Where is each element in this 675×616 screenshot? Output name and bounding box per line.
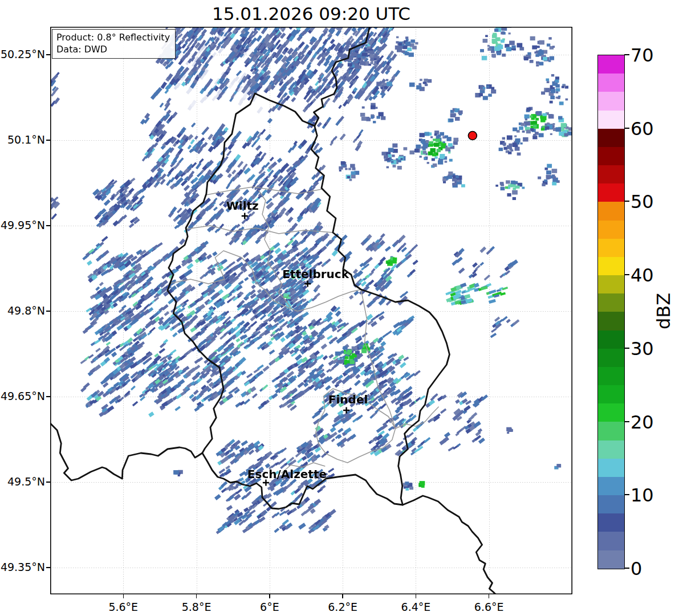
colorbar-segment <box>598 165 624 183</box>
colorbar-tick-label: 50 <box>631 193 654 211</box>
colorbar-tick <box>624 128 629 129</box>
colorbar-tick <box>624 274 629 275</box>
x-axis-tick <box>196 594 197 598</box>
city-label-esch-alzette: Esch/Alzette <box>247 467 327 481</box>
city-label-ettelbruck: Ettelbruck <box>282 267 349 281</box>
colorbar-tick-label: 30 <box>631 340 654 358</box>
product-label: Product: 0.8° Reflectivity <box>56 31 170 43</box>
product-info-box: Product: 0.8° Reflectivity Data: DWD <box>52 29 176 59</box>
colorbar-segment <box>598 331 624 349</box>
colorbar-segment <box>598 422 624 440</box>
y-axis-tick <box>46 396 50 397</box>
colorbar-tick <box>624 494 629 495</box>
colorbar-tick-label: 10 <box>631 486 654 504</box>
colorbar-segment <box>598 183 624 202</box>
colorbar-segment <box>598 385 624 403</box>
colorbar-tick <box>624 348 629 349</box>
colorbar-segment <box>598 221 624 239</box>
colorbar-tick <box>624 568 629 569</box>
colorbar-segment <box>598 202 624 220</box>
x-tick-label: 6.4°E <box>393 601 438 613</box>
x-axis-tick <box>489 594 489 598</box>
colorbar-segment <box>598 367 624 385</box>
colorbar-segment <box>598 55 624 74</box>
colorbar-segment <box>598 477 624 495</box>
colorbar-segment <box>598 349 624 367</box>
y-tick-label: 49.8°N <box>0 304 45 317</box>
x-axis-tick <box>342 594 343 598</box>
colorbar <box>597 55 625 569</box>
y-axis-tick <box>46 225 50 226</box>
colorbar-segment <box>598 532 624 550</box>
colorbar-tick-label: 20 <box>631 413 654 431</box>
radar-map-canvas <box>50 27 572 594</box>
y-axis-tick <box>46 567 50 568</box>
city-label-findel: Findel <box>328 393 368 406</box>
colorbar-segment <box>598 440 624 459</box>
y-axis-tick <box>46 140 50 140</box>
y-tick-label: 49.65°N <box>0 390 45 402</box>
colorbar-segment <box>598 239 624 257</box>
x-tick-label: 6.6°E <box>466 601 512 613</box>
x-tick-label: 5.8°E <box>174 601 219 613</box>
colorbar-segment <box>598 459 624 477</box>
colorbar-segment <box>598 550 624 569</box>
x-tick-label: 5.6°E <box>100 601 146 613</box>
colorbar-tick <box>624 421 629 422</box>
colorbar-tick-label: 60 <box>631 120 654 138</box>
y-tick-label: 50.25°N <box>0 48 45 60</box>
colorbar-segment <box>598 129 624 147</box>
colorbar-segment <box>598 92 624 110</box>
colorbar-segment <box>598 495 624 513</box>
page-title: 15.01.2026 09:20 UTC <box>212 3 410 24</box>
x-tick-label: 6.2°E <box>320 601 365 613</box>
y-axis-tick <box>46 311 50 311</box>
colorbar-segment <box>598 74 624 92</box>
y-axis-tick <box>46 54 50 55</box>
colorbar-tick-label: 0 <box>631 560 642 578</box>
colorbar-tick-label: 40 <box>631 266 654 284</box>
radar-figure: 15.01.2026 09:20 UTC Product: 0.8° Refle… <box>0 0 675 616</box>
colorbar-segment <box>598 293 624 312</box>
city-label-wiltz: Wiltz <box>226 199 259 213</box>
data-source-label: Data: DWD <box>56 43 170 55</box>
y-tick-label: 49.5°N <box>0 475 45 488</box>
x-axis-tick <box>269 594 270 598</box>
x-axis-tick <box>123 594 124 598</box>
colorbar-axis-label: dBZ <box>653 293 674 329</box>
y-tick-label: 50.1°N <box>0 133 45 146</box>
colorbar-tick <box>624 54 629 55</box>
y-tick-label: 49.95°N <box>0 219 45 231</box>
colorbar-segment <box>598 147 624 165</box>
colorbar-segment <box>598 403 624 422</box>
colorbar-segment <box>598 312 624 330</box>
x-axis-tick <box>416 594 416 598</box>
colorbar-tick-label: 70 <box>631 46 654 64</box>
colorbar-segment <box>598 275 624 293</box>
colorbar-segment <box>598 513 624 532</box>
colorbar-segment <box>598 257 624 275</box>
colorbar-tick <box>624 201 629 202</box>
colorbar-segment <box>598 111 624 129</box>
x-tick-label: 6°E <box>247 601 292 613</box>
y-axis-tick <box>46 482 50 482</box>
y-tick-label: 49.35°N <box>0 561 45 573</box>
